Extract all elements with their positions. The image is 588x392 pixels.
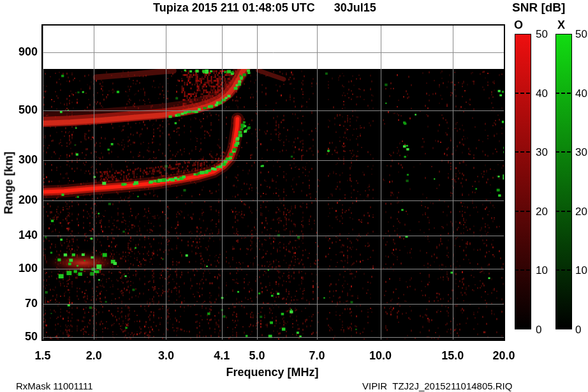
colorbar-x-tick-label: 50 — [575, 28, 587, 41]
colorbar-x-tick-dash — [555, 93, 571, 94]
colorbar-o-tick-label: 40 — [536, 87, 548, 100]
colorbar-x-tick-dash — [555, 151, 571, 153]
y-tick-label: 900 — [0, 45, 38, 59]
y-tick-label: 50 — [0, 330, 38, 343]
plot-title: Tupiza 2015 211 01:48:05 UTC 30Jul15 — [153, 1, 376, 15]
colorbar-x-tick-label: 30 — [575, 146, 587, 159]
colorbar-o-tick-label: 30 — [536, 146, 548, 159]
file-id-label: VIPIR TZJ2J_2015211014805.RIQ — [362, 381, 512, 391]
x-tick-label: 3.0 — [158, 349, 174, 363]
rx-mask-label: RxMask 11001111 — [16, 381, 93, 391]
colorbar-x-tick-dash — [555, 211, 571, 212]
colorbar-o-tick-label: 20 — [536, 206, 548, 218]
colorbar-title: SNR [dB] — [512, 1, 565, 15]
colorbar-o-tick-dash — [515, 211, 530, 212]
x-tick-label: 4.1 — [214, 349, 230, 363]
colorbar-x-tick-dash — [555, 269, 571, 271]
x-tick-label: 7.0 — [309, 349, 325, 363]
y-tick-label: 140 — [0, 229, 38, 242]
colorbar-x-label: X — [557, 19, 565, 32]
y-tick-label: 500 — [0, 103, 38, 117]
colorbar-o-tick-dash — [515, 269, 530, 271]
x-axis-title: Frequency [MHz] — [226, 366, 318, 379]
ionogram-viewer: Tupiza 2015 211 01:48:05 UTC 30Jul15 Ran… — [0, 0, 588, 392]
ionogram-plot-canvas — [0, 0, 588, 392]
colorbar-x-tick-label: 0 — [575, 324, 581, 336]
colorbar-x-tick-label: 10 — [575, 264, 587, 277]
x-tick-label: 1.5 — [34, 349, 50, 363]
colorbar-x-gradient — [555, 34, 572, 329]
colorbar-x-tick-label: 40 — [575, 87, 587, 100]
x-tick-label: 2.0 — [86, 349, 102, 363]
colorbar-o-tick-label: 0 — [536, 324, 541, 336]
x-tick-label: 15.0 — [441, 349, 464, 363]
x-tick-label: 20.0 — [492, 349, 515, 363]
x-tick-label: 10.0 — [369, 349, 392, 363]
colorbar-o-tick-dash — [515, 93, 530, 94]
colorbar-o-gradient — [515, 34, 531, 329]
colorbar-o-tick-dash — [515, 151, 530, 153]
colorbar-x-tick-label: 20 — [575, 206, 587, 218]
y-tick-label: 200 — [0, 193, 38, 207]
y-tick-label: 100 — [0, 262, 38, 275]
y-tick-label: 300 — [0, 153, 38, 167]
x-tick-label: 5.0 — [249, 349, 265, 363]
colorbar-o-tick-label: 10 — [536, 264, 548, 277]
colorbar-o-label: O — [514, 19, 523, 32]
colorbar-o-tick-label: 50 — [536, 28, 548, 41]
y-tick-label: 70 — [0, 297, 38, 310]
